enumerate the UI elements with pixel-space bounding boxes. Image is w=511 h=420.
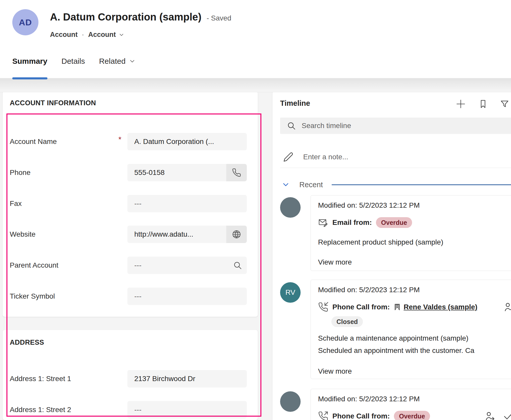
lookup-search-icon[interactable] (228, 261, 247, 270)
status-badge: Overdue (376, 217, 412, 228)
account-record-page: AD A. Datum Corporation (sample) - Saved… (0, 0, 511, 420)
address-card: ADDRESS Address 1: Street 1 2137 Birchwo… (3, 330, 258, 420)
field-row-account-name: Account Name * A. Datum Corporation (... (3, 133, 258, 150)
mark-complete-icon[interactable] (503, 411, 511, 420)
note-row[interactable] (283, 152, 457, 162)
field-label: Fax (10, 200, 22, 208)
view-more-link[interactable]: View more (318, 367, 352, 376)
bookmark-button[interactable] (478, 98, 488, 110)
phone-input[interactable]: 555-0158 (127, 164, 247, 181)
breadcrumb: Account · Account (50, 31, 125, 39)
entry-description: Scheduled an appointment with the custom… (318, 346, 474, 354)
search-icon (287, 121, 296, 130)
activity-type-label: Email from: (332, 218, 372, 227)
breadcrumb-separator: · (82, 31, 84, 39)
filter-button[interactable] (499, 98, 510, 110)
tab-details[interactable]: Details (62, 57, 85, 69)
timeline-panel: Timeline (272, 91, 511, 420)
open-website-button[interactable] (226, 226, 247, 243)
fax-input[interactable]: --- (127, 195, 247, 212)
field-label: Phone (10, 169, 30, 177)
recent-section-line (332, 184, 511, 185)
modified-on: Modified on: 5/2/2023 12:12 PM (318, 286, 511, 294)
form-tabs: Summary Details Related (12, 57, 136, 69)
phone-incoming-icon (318, 302, 328, 312)
field-label: Website (10, 230, 36, 238)
tab-related[interactable]: Related (99, 57, 136, 69)
website-input[interactable]: http://www.adatu... (127, 226, 247, 243)
recent-section-label: Recent (299, 181, 323, 189)
add-activity-button[interactable] (455, 98, 467, 110)
activity-type-row: Phone Call from: Rene Valdes (sample) (318, 301, 511, 313)
note-input[interactable] (303, 153, 457, 161)
field-label: Address 1: Street 2 (10, 406, 71, 414)
street2-input[interactable]: --- (127, 401, 247, 418)
entry-title: Schedule a maintenance appointment (samp… (318, 332, 511, 357)
field-row-street2: Address 1: Street 2 --- (3, 401, 258, 418)
assign-icon[interactable] (503, 301, 511, 313)
email-icon (318, 217, 328, 228)
chevron-down-icon (129, 58, 136, 65)
chevron-down-icon[interactable] (118, 32, 125, 38)
entry-action-icons (484, 411, 511, 420)
divider (280, 168, 511, 168)
field-row-parent-account: Parent Account --- (3, 257, 258, 274)
ticker-symbol-input[interactable]: --- (127, 288, 247, 305)
activity-type-row: Phone Call from: Overdue (318, 411, 511, 420)
timeline-entry-phone-call-overdue[interactable]: Modified on: 5/2/2023 12:12 PM Phone Cal… (311, 389, 511, 420)
timeline-entry-phone-call[interactable]: Modified on: 5/2/2023 12:12 PM Phone Cal… (311, 280, 511, 379)
avatar-initials: AD (19, 17, 32, 27)
contact-card-icon (393, 303, 401, 311)
entry-avatar: RV (280, 282, 301, 303)
entry-title: Replacement product shipped (sample) (318, 238, 511, 247)
field-row-website: Website http://www.adatu... (3, 226, 258, 243)
view-more-link[interactable]: View more (318, 258, 352, 267)
timeline-search[interactable] (280, 118, 511, 134)
title-row: A. Datum Corporation (sample) - Saved (50, 11, 231, 23)
field-label: Ticker Symbol (10, 292, 55, 300)
modified-on: Modified on: 5/2/2023 12:12 PM (318, 201, 511, 210)
account-information-card: ACCOUNT INFORMATION Account Name * A. Da… (3, 91, 258, 317)
required-marker: * (118, 135, 121, 144)
account-name-input[interactable]: A. Datum Corporation (... (127, 133, 247, 150)
field-row-phone: Phone 555-0158 (3, 164, 258, 181)
section-heading-address: ADDRESS (10, 339, 44, 346)
tab-summary[interactable]: Summary (12, 57, 47, 69)
timeline-search-input[interactable] (302, 122, 455, 130)
page-title: A. Datum Corporation (sample) (50, 11, 201, 23)
status-badge: Overdue (394, 411, 430, 420)
timeline-entry-email[interactable]: Modified on: 5/2/2023 12:12 PM Email fro… (311, 195, 511, 271)
field-row-street1: Address 1: Street 1 2137 Birchwood Dr (3, 370, 258, 387)
phone-call-button[interactable] (226, 164, 247, 181)
entry-avatar (280, 197, 301, 218)
parent-account-lookup[interactable]: --- (127, 257, 247, 274)
activity-type-label: Phone Call from: (332, 303, 390, 311)
field-label: Account Name (10, 138, 57, 146)
field-label: Address 1: Street 1 (10, 375, 71, 383)
status-badge-row: Closed (331, 316, 511, 327)
avatar: AD (12, 9, 38, 35)
field-row-fax: Fax --- (3, 195, 258, 212)
phone-outgoing-icon (318, 411, 328, 420)
contact-link[interactable]: Rene Valdes (sample) (404, 303, 477, 311)
section-heading-account-information: ACCOUNT INFORMATION (10, 99, 96, 107)
modified-on: Modified on: 5/2/2023 12:12 PM (318, 395, 511, 403)
assign-icon[interactable] (484, 411, 495, 420)
recent-section-toggle[interactable]: Recent (281, 180, 511, 189)
entry-avatar (280, 391, 301, 412)
timeline-title: Timeline (280, 99, 310, 108)
breadcrumb-entity: Account (50, 31, 78, 39)
save-status: - Saved (207, 14, 231, 22)
timeline-actions (455, 98, 510, 110)
status-badge: Closed (331, 316, 363, 327)
entry-action-icons (503, 301, 511, 313)
activity-type-label: Phone Call from: (332, 412, 390, 420)
record-header: AD A. Datum Corporation (sample) - Saved… (0, 0, 511, 78)
street1-input[interactable]: 2137 Birchwood Dr (127, 370, 247, 387)
field-row-ticker-symbol: Ticker Symbol --- (3, 288, 258, 305)
chevron-down-icon (281, 180, 290, 189)
activity-type-row: Email from: Overdue (318, 217, 511, 228)
form-selector[interactable]: Account (88, 31, 116, 39)
field-label: Parent Account (10, 261, 58, 269)
header-shadow-band (0, 78, 511, 92)
